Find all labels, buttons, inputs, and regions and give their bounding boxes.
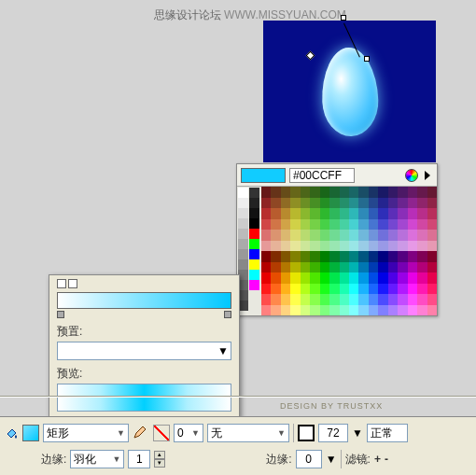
- palette-cell[interactable]: [261, 241, 271, 252]
- gray-cell[interactable]: [249, 208, 259, 218]
- palette-cell[interactable]: [320, 208, 329, 219]
- palette-cell[interactable]: [281, 208, 290, 219]
- transform-handle[interactable]: [364, 56, 370, 62]
- hex-input[interactable]: [289, 168, 355, 183]
- palette-cell[interactable]: [301, 230, 310, 241]
- palette-cell[interactable]: [290, 187, 300, 198]
- palette-cell[interactable]: [290, 284, 300, 295]
- palette-cell[interactable]: [281, 219, 290, 231]
- fill-type-select[interactable]: 无▼: [207, 424, 289, 442]
- palette-cell[interactable]: [310, 294, 319, 305]
- palette-cell[interactable]: [271, 284, 280, 295]
- palette-cell[interactable]: [417, 241, 427, 252]
- palette-cell[interactable]: [398, 187, 407, 198]
- palette-cell[interactable]: [310, 198, 319, 209]
- palette-cell[interactable]: [281, 241, 290, 252]
- pencil-icon[interactable]: [133, 425, 149, 441]
- palette-cell[interactable]: [369, 294, 378, 305]
- palette-cell[interactable]: [340, 241, 349, 252]
- palette-cell[interactable]: [417, 305, 427, 316]
- edge-mode-select[interactable]: 羽化▼: [70, 450, 124, 468]
- palette-cell[interactable]: [271, 262, 280, 273]
- palette-cell[interactable]: [378, 251, 387, 262]
- palette-cell[interactable]: [320, 187, 329, 198]
- palette-cell[interactable]: [349, 241, 358, 252]
- palette-cell[interactable]: [378, 284, 387, 295]
- palette-cell[interactable]: [388, 251, 398, 262]
- palette-cell[interactable]: [417, 198, 427, 209]
- gray-cell[interactable]: [249, 239, 259, 249]
- palette-cell[interactable]: [271, 230, 280, 241]
- palette-cell[interactable]: [378, 219, 387, 231]
- palette-cell[interactable]: [417, 251, 427, 262]
- palette-cell[interactable]: [398, 219, 407, 231]
- feather-input[interactable]: [128, 450, 150, 468]
- palette-cell[interactable]: [271, 241, 280, 252]
- palette-cell[interactable]: [388, 198, 398, 209]
- palette-cell[interactable]: [290, 219, 300, 231]
- gray-cell[interactable]: [238, 249, 248, 259]
- palette-cell[interactable]: [408, 198, 417, 209]
- fill-swatch[interactable]: [22, 425, 39, 441]
- palette-cell[interactable]: [310, 272, 319, 284]
- palette-cell[interactable]: [281, 262, 290, 273]
- palette-cell[interactable]: [427, 230, 437, 241]
- palette-cell[interactable]: [378, 230, 387, 241]
- palette-cell[interactable]: [388, 219, 398, 231]
- palette-cell[interactable]: [349, 230, 358, 241]
- palette-cell[interactable]: [378, 208, 387, 219]
- palette-cell[interactable]: [290, 251, 300, 262]
- palette-cell[interactable]: [340, 262, 349, 273]
- palette-cell[interactable]: [310, 251, 319, 262]
- palette-cell[interactable]: [408, 230, 417, 241]
- palette-cell[interactable]: [369, 272, 378, 284]
- transform-handle[interactable]: [341, 15, 346, 21]
- palette-cell[interactable]: [388, 187, 398, 198]
- palette-cell[interactable]: [281, 251, 290, 262]
- palette-cell[interactable]: [388, 230, 398, 241]
- palette-cell[interactable]: [398, 230, 407, 241]
- gray-cell[interactable]: [249, 259, 259, 270]
- palette-cell[interactable]: [281, 187, 290, 198]
- palette-cell[interactable]: [369, 219, 378, 231]
- palette-cell[interactable]: [290, 305, 300, 316]
- gray-cell[interactable]: [238, 239, 248, 249]
- palette-cell[interactable]: [378, 262, 387, 273]
- palette-cell[interactable]: [358, 219, 368, 231]
- palette-cell[interactable]: [340, 284, 349, 295]
- palette-cell[interactable]: [369, 251, 378, 262]
- palette-cell[interactable]: [340, 272, 349, 284]
- dropdown-icon[interactable]: ▼: [326, 453, 337, 466]
- palette-cell[interactable]: [329, 208, 339, 219]
- palette-cell[interactable]: [329, 230, 339, 241]
- palette-cell[interactable]: [261, 294, 271, 305]
- palette-cell[interactable]: [320, 272, 329, 284]
- palette-cell[interactable]: [408, 272, 417, 284]
- palette-cell[interactable]: [417, 262, 427, 273]
- palette-cell[interactable]: [281, 305, 290, 316]
- palette-cell[interactable]: [261, 208, 271, 219]
- palette-cell[interactable]: [369, 305, 378, 316]
- palette-cell[interactable]: [398, 208, 407, 219]
- palette-cell[interactable]: [261, 284, 271, 295]
- palette-cell[interactable]: [301, 305, 310, 316]
- current-color-swatch[interactable]: [241, 168, 286, 183]
- palette-cell[interactable]: [261, 272, 271, 284]
- palette-cell[interactable]: [340, 230, 349, 241]
- palette-cell[interactable]: [349, 198, 358, 209]
- palette-cell[interactable]: [340, 198, 349, 209]
- expand-arrow-icon[interactable]: [425, 171, 430, 180]
- palette-cell[interactable]: [261, 251, 271, 262]
- palette-cell[interactable]: [358, 294, 368, 305]
- palette-cell[interactable]: [329, 262, 339, 273]
- palette-cell[interactable]: [369, 208, 378, 219]
- palette-cell[interactable]: [320, 294, 329, 305]
- palette-cell[interactable]: [427, 198, 437, 209]
- palette-cell[interactable]: [398, 251, 407, 262]
- palette-cell[interactable]: [408, 219, 417, 231]
- palette-cell[interactable]: [349, 305, 358, 316]
- gray-cell[interactable]: [238, 229, 248, 239]
- palette-cell[interactable]: [378, 305, 387, 316]
- palette-cell[interactable]: [358, 284, 368, 295]
- palette-cell[interactable]: [320, 284, 329, 295]
